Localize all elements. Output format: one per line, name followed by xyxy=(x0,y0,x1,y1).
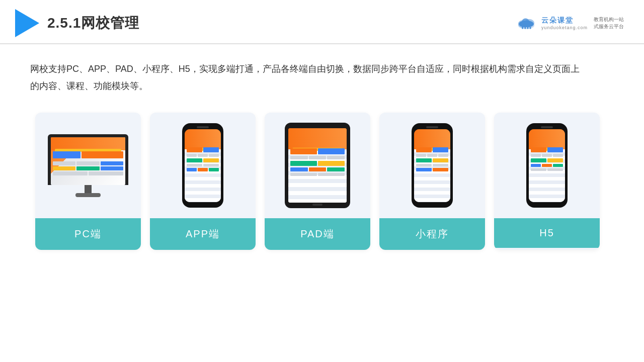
svg-rect-8 xyxy=(530,27,531,29)
card-app-image xyxy=(150,113,256,218)
svg-point-4 xyxy=(519,21,533,27)
description-text: 网校支持PC、APP、PAD、小程序、H5，实现多端打通，产品各终端自由切换，数… xyxy=(30,60,584,95)
main-content: 网校支持PC、APP、PAD、小程序、H5，实现多端打通，产品各终端自由切换，数… xyxy=(0,44,644,260)
header-left: 2.5.1网校管理 xyxy=(15,9,139,37)
cloud-brand-icon xyxy=(515,16,537,31)
card-h5-image xyxy=(494,113,600,218)
card-pad: PAD端 xyxy=(265,113,370,250)
pc-mockup xyxy=(48,134,128,197)
brand-name: 云朵课堂 xyxy=(541,16,574,25)
brand-logo xyxy=(515,16,537,31)
card-pad-label: PAD端 xyxy=(265,218,370,250)
svg-rect-6 xyxy=(524,27,526,29)
card-pad-image xyxy=(265,113,370,218)
header-right: 云朵课堂 yunduoketang.com 教育机构一站 式服务云平台 xyxy=(515,16,624,31)
svg-rect-7 xyxy=(527,26,528,29)
card-miniapp: 小程序 xyxy=(379,113,485,250)
brand-slogan: 教育机构一站 式服务云平台 xyxy=(594,16,624,30)
brand-domain: yunduoketang.com xyxy=(541,25,588,30)
svg-rect-5 xyxy=(522,26,523,29)
miniapp-mockup xyxy=(412,123,453,208)
card-h5-label: H5 xyxy=(494,218,600,248)
card-pc-label: PC端 xyxy=(35,218,141,250)
page-title: 2.5.1网校管理 xyxy=(47,14,139,33)
card-miniapp-label: 小程序 xyxy=(379,218,485,250)
h5-mockup xyxy=(526,123,568,208)
pad-mockup xyxy=(285,123,350,208)
logo-icon xyxy=(15,9,39,37)
card-miniapp-image xyxy=(379,113,485,218)
card-app-label: APP端 xyxy=(150,218,256,250)
card-pc-image xyxy=(35,113,141,218)
app-mockup xyxy=(182,123,223,208)
header: 2.5.1网校管理 云朵课堂 yunduoketang.com 教育机构一站 式… xyxy=(0,0,644,44)
brand-text: 云朵课堂 yunduoketang.com xyxy=(541,16,588,30)
card-h5: H5 xyxy=(494,113,600,250)
cards-container: PC端 xyxy=(30,113,614,250)
card-app: APP端 xyxy=(150,113,256,250)
card-pc: PC端 xyxy=(35,113,141,250)
